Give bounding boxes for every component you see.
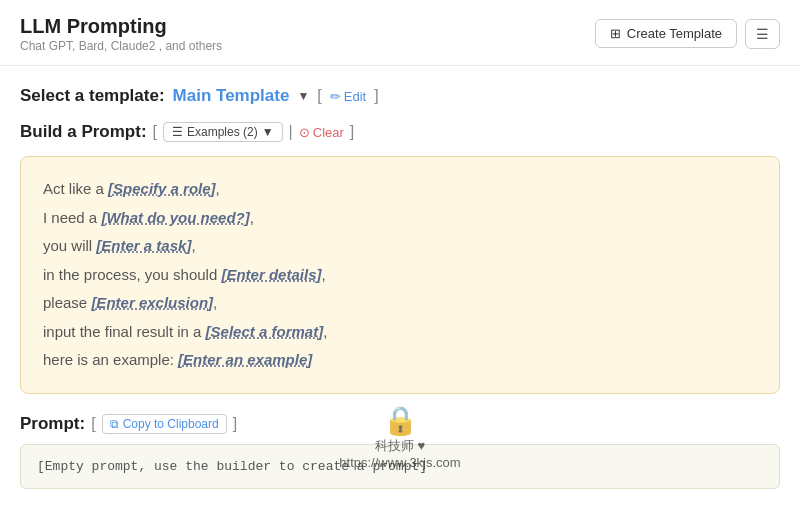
placeholder-enter-example[interactable]: [Enter an example]	[178, 351, 312, 368]
examples-button[interactable]: ☰ Examples (2) ▼	[163, 122, 283, 142]
template-icon: ⊞	[610, 26, 621, 41]
template-line-4: please [Enter exclusion],	[43, 289, 757, 318]
bracket-close-2: ]	[350, 123, 354, 141]
placeholder-what-need[interactable]: [What do you need?]	[101, 209, 249, 226]
template-line-0: Act like a [Specify a role],	[43, 175, 757, 204]
clear-link[interactable]: ⊙ Clear	[299, 125, 344, 140]
separator: |	[289, 123, 293, 141]
copy-to-clipboard-link[interactable]: ⧉ Copy to Clipboard	[102, 414, 227, 434]
prompt-output-label: Prompt:	[20, 414, 85, 434]
bracket-open-1: [	[317, 87, 321, 105]
header-right: ⊞ Create Template ☰	[595, 19, 780, 49]
menu-icon: ☰	[756, 26, 769, 42]
template-line-6: here is an example: [Enter an example]	[43, 346, 757, 375]
template-line-2: you will [Enter a task],	[43, 232, 757, 261]
bracket-close-1: ]	[374, 87, 378, 105]
build-prompt-label: Build a Prompt:	[20, 122, 147, 142]
bracket-open-2: [	[153, 123, 157, 141]
prompt-output-box: [Empty prompt, use the builder to create…	[20, 444, 780, 489]
select-template-label: Select a template:	[20, 86, 165, 106]
app-title: LLM Prompting	[20, 14, 222, 38]
template-name-value[interactable]: Main Template	[173, 86, 290, 106]
examples-icon: ☰	[172, 125, 183, 139]
app-subtitle: Chat GPT, Bard, Claude2 , and others	[20, 39, 222, 53]
template-line-5: input the final result in a [Select a fo…	[43, 318, 757, 347]
placeholder-enter-exclusion[interactable]: [Enter exclusion]	[91, 294, 213, 311]
placeholder-select-format[interactable]: [Select a format]	[206, 323, 324, 340]
prompt-template-box: Act like a [Specify a role], I need a [W…	[20, 156, 780, 394]
clear-icon: ⊙	[299, 125, 310, 140]
placeholder-enter-task[interactable]: [Enter a task]	[96, 237, 191, 254]
prompt-output-row: Prompt: [ ⧉ Copy to Clipboard ]	[20, 414, 780, 434]
placeholder-specify-role[interactable]: [Specify a role]	[108, 180, 216, 197]
main-content: Select a template: Main Template ▼ [ ✏ E…	[0, 66, 800, 509]
template-line-1: I need a [What do you need?],	[43, 204, 757, 233]
header: LLM Prompting Chat GPT, Bard, Claude2 , …	[0, 0, 800, 66]
examples-dropdown-arrow: ▼	[262, 125, 274, 139]
create-template-button[interactable]: ⊞ Create Template	[595, 19, 737, 48]
edit-link[interactable]: ✏ Edit	[330, 89, 366, 104]
menu-button[interactable]: ☰	[745, 19, 780, 49]
placeholder-enter-details[interactable]: [Enter details]	[221, 266, 321, 283]
copy-icon: ⧉	[110, 417, 119, 431]
header-left: LLM Prompting Chat GPT, Bard, Claude2 , …	[20, 14, 222, 53]
template-dropdown-arrow[interactable]: ▼	[297, 89, 309, 103]
edit-icon: ✏	[330, 89, 341, 104]
bracket-close-3: ]	[233, 415, 237, 433]
build-prompt-row: Build a Prompt: [ ☰ Examples (2) ▼ | ⊙ C…	[20, 122, 780, 142]
empty-prompt-text: [Empty prompt, use the builder to create…	[37, 459, 427, 474]
select-template-row: Select a template: Main Template ▼ [ ✏ E…	[20, 86, 780, 106]
bracket-open-3: [	[91, 415, 95, 433]
template-line-3: in the process, you should [Enter detail…	[43, 261, 757, 290]
